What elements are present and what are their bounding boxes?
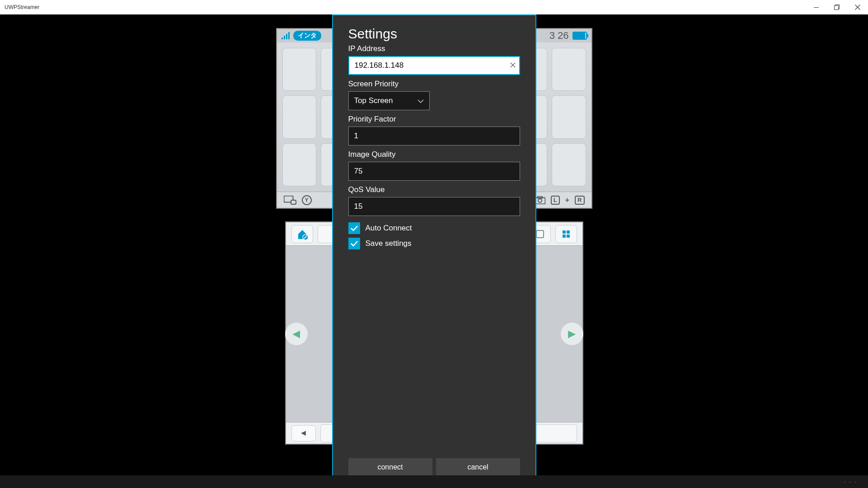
app-tile[interactable] (552, 48, 586, 91)
battery-icon (572, 32, 587, 40)
close-button[interactable] (847, 0, 868, 14)
auto-connect-label: Auto Connect (366, 224, 412, 233)
ip-address-input[interactable] (348, 56, 520, 75)
svg-rect-8 (291, 200, 296, 204)
svg-rect-6 (288, 32, 290, 39)
app-tile[interactable] (282, 143, 316, 186)
svg-rect-5 (286, 34, 287, 39)
image-quality-input[interactable] (348, 162, 520, 181)
grid-view-icon (562, 230, 570, 238)
screen-priority-value: Top Screen (354, 96, 393, 105)
close-icon (510, 62, 516, 68)
y-button-icon: Y (302, 195, 312, 205)
ip-address-label: IP Address (348, 44, 520, 53)
check-icon (350, 225, 358, 231)
cancel-button[interactable]: cancel (436, 458, 520, 476)
svg-rect-17 (567, 235, 570, 238)
save-settings-label: Save settings (366, 239, 412, 248)
signal-icon (282, 32, 291, 39)
right-arrow-icon: ► (566, 327, 578, 341)
app-tile[interactable] (282, 95, 316, 138)
maximize-icon (834, 5, 840, 10)
app-tile[interactable] (282, 48, 316, 91)
qos-value-input[interactable] (348, 197, 520, 216)
app-tile[interactable] (552, 95, 586, 138)
minimize-icon (814, 7, 819, 8)
close-icon (855, 5, 860, 10)
maximize-button[interactable] (826, 0, 847, 14)
title-bar: UWPStreamer (0, 0, 868, 14)
auto-connect-row[interactable]: Auto Connect (348, 222, 520, 234)
l-key-label: L (551, 196, 560, 205)
nav-right-button[interactable]: ► (561, 323, 583, 345)
home-wrench-icon (296, 228, 309, 240)
button-row: connect cancel (348, 458, 520, 476)
connect-button[interactable]: connect (348, 458, 432, 476)
grid-view-button[interactable] (555, 225, 577, 243)
check-icon (350, 240, 358, 247)
r-key-label: R (575, 196, 584, 205)
screen-priority-label: Screen Priority (348, 80, 520, 89)
back-arrow-icon: ◄ (300, 428, 308, 438)
priority-factor-input[interactable] (348, 127, 520, 145)
time-label: 3 26 (549, 30, 569, 42)
window-title: UWPStreamer (5, 4, 39, 10)
auto-connect-checkbox[interactable] (348, 222, 360, 234)
app-body: インタ 3 26 (0, 14, 868, 488)
minimize-button[interactable] (806, 0, 826, 14)
save-settings-row[interactable]: Save settings (348, 238, 520, 249)
display-icon (284, 196, 296, 205)
svg-rect-14 (563, 230, 566, 234)
app-tile[interactable] (552, 143, 586, 186)
app-bar: · · · (0, 475, 868, 488)
chevron-down-icon (418, 97, 424, 104)
save-settings-checkbox[interactable] (348, 238, 360, 249)
clear-input-button[interactable] (510, 61, 516, 70)
nav-left-button[interactable]: ◄ (285, 323, 308, 345)
svg-point-11 (538, 199, 542, 202)
svg-rect-3 (282, 38, 283, 39)
status-right: 3 26 (549, 30, 587, 42)
priority-factor-label: Priority Factor (348, 115, 520, 124)
svg-rect-2 (835, 6, 839, 10)
settings-panel: Settings IP Address Screen Priority Top … (332, 14, 536, 488)
single-view-icon (536, 230, 544, 238)
svg-rect-0 (814, 7, 819, 8)
more-menu-button[interactable]: · · · (844, 478, 857, 485)
svg-rect-4 (284, 36, 285, 39)
status-left: インタ (282, 31, 321, 41)
back-button[interactable]: ◄ (291, 425, 316, 441)
connection-badge: インタ (293, 31, 321, 41)
svg-rect-15 (567, 230, 570, 234)
image-quality-label: Image Quality (348, 150, 520, 159)
left-arrow-icon: ◄ (290, 327, 303, 341)
svg-rect-13 (536, 230, 544, 238)
plus-label: + (565, 196, 569, 204)
home-settings-button[interactable] (291, 225, 313, 243)
screen-priority-select[interactable]: Top Screen (348, 91, 430, 110)
svg-rect-16 (563, 235, 566, 238)
qos-value-label: QoS Value (348, 185, 520, 194)
settings-title: Settings (348, 26, 520, 42)
